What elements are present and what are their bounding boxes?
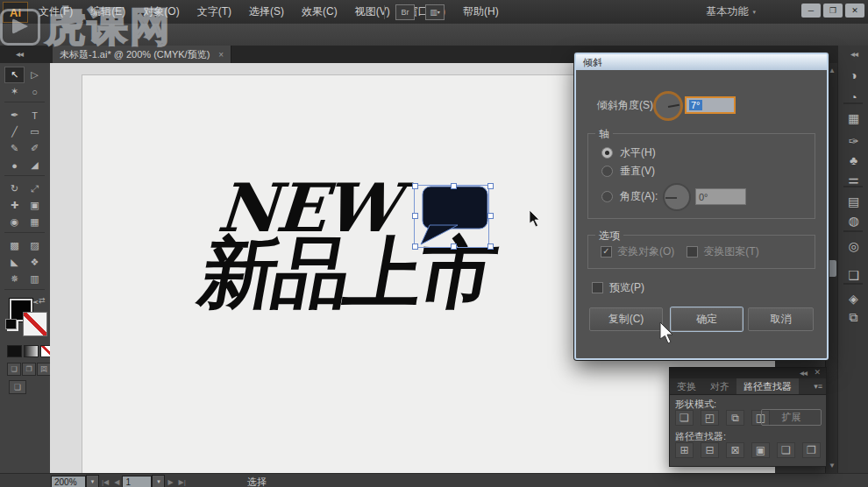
close-button[interactable]: ✕ bbox=[845, 4, 864, 18]
menu-item[interactable]: 帮助(H) bbox=[454, 4, 508, 19]
selection-handle[interactable] bbox=[412, 183, 418, 189]
dialog-title-bar[interactable]: 倾斜 bbox=[576, 54, 827, 70]
minimize-button[interactable]: ─ bbox=[801, 4, 821, 18]
shape-builder-tool[interactable]: ◉ bbox=[4, 214, 25, 230]
tab-close-icon[interactable]: × bbox=[218, 50, 224, 60]
gradient-tool[interactable]: ▨ bbox=[25, 237, 45, 254]
selection-handle[interactable] bbox=[487, 183, 494, 189]
column-graph-tool[interactable]: ▥ bbox=[25, 271, 45, 287]
zoom-level-field[interactable]: 200% bbox=[51, 476, 86, 487]
menu-item[interactable]: 选择(S) bbox=[240, 4, 293, 19]
lasso-tool[interactable]: ○ bbox=[25, 83, 45, 100]
divide-icon[interactable]: ⊞ bbox=[675, 442, 694, 458]
appearance-icon[interactable]: ◎ bbox=[838, 236, 868, 256]
tab-pathfinder[interactable]: 路径查找器 bbox=[736, 378, 799, 394]
draw-normal-icon[interactable]: ❏ bbox=[7, 363, 21, 376]
panel-close-icon[interactable]: ✕ bbox=[814, 368, 821, 377]
free-transform-tool[interactable]: ▣ bbox=[25, 197, 45, 214]
cancel-button[interactable]: 取消 bbox=[748, 307, 814, 331]
angle-radio[interactable] bbox=[601, 191, 613, 202]
color-mode-icon[interactable] bbox=[7, 345, 22, 357]
magic-wand-tool[interactable]: ✶ bbox=[4, 83, 25, 100]
artboard-dropdown-icon[interactable]: ▾ bbox=[152, 475, 165, 487]
merge-icon[interactable]: ⊠ bbox=[726, 442, 744, 458]
type-tool[interactable]: T bbox=[25, 107, 45, 124]
axis-angle-input[interactable]: 0° bbox=[695, 188, 746, 205]
document-tab[interactable]: 未标题-1.ai* @ 200% (CMYK/预览) × bbox=[53, 46, 231, 63]
horizontal-radio[interactable] bbox=[601, 147, 613, 159]
prev-artboard-icon[interactable]: ◀ bbox=[111, 478, 122, 486]
preview-checkbox[interactable] bbox=[592, 282, 603, 293]
shear-angle-input[interactable]: 7° bbox=[685, 96, 736, 114]
symbols-icon[interactable]: ♣ bbox=[838, 151, 868, 170]
minus-front-icon[interactable]: ◰ bbox=[701, 410, 719, 426]
paintbrush-tool[interactable]: ✎ bbox=[4, 140, 25, 157]
first-artboard-icon[interactable]: |◀ bbox=[99, 478, 111, 486]
menu-item[interactable]: 对象(O) bbox=[134, 4, 188, 19]
width-tool[interactable]: ✚ bbox=[4, 197, 25, 214]
transform-objects-checkbox[interactable]: ✓ bbox=[601, 246, 612, 258]
pencil-tool[interactable]: ✐ bbox=[25, 140, 45, 157]
panel-menu-icon[interactable]: ▾≡ bbox=[814, 382, 822, 391]
vertical-radio[interactable] bbox=[601, 166, 613, 177]
zoom-dropdown-icon[interactable]: ▾ bbox=[86, 475, 99, 487]
artboards-icon[interactable]: ⧉ bbox=[838, 307, 868, 327]
selection-handle[interactable] bbox=[412, 244, 418, 250]
scale-tool[interactable]: ⤢ bbox=[25, 180, 45, 197]
swap-fill-stroke-icon[interactable]: ⇄ bbox=[39, 296, 46, 305]
eyedropper-tool[interactable]: ◣ bbox=[4, 254, 25, 271]
minus-back-icon[interactable]: ❐ bbox=[802, 442, 821, 458]
stroke-proxy-swatch[interactable] bbox=[23, 312, 47, 336]
ok-button[interactable]: 确定 bbox=[671, 307, 743, 331]
gradient-mode-icon[interactable] bbox=[24, 345, 39, 357]
crop-icon[interactable]: ▣ bbox=[751, 442, 770, 458]
eraser-tool[interactable]: ◢ bbox=[25, 157, 45, 173]
selection-handle[interactable] bbox=[487, 213, 494, 219]
menu-item[interactable]: 效果(C) bbox=[293, 4, 346, 19]
tab-align[interactable]: 对齐 bbox=[703, 378, 736, 394]
scroll-down-icon[interactable]: ▼ bbox=[826, 459, 838, 471]
selection-handle[interactable] bbox=[451, 183, 457, 189]
artboard-number-field[interactable]: 1 bbox=[122, 476, 152, 487]
pen-tool[interactable]: ✒ bbox=[4, 107, 25, 124]
selection-handle[interactable] bbox=[412, 213, 418, 219]
axis-angle-dial[interactable] bbox=[663, 183, 691, 211]
direct-selection-tool[interactable]: ▷ bbox=[25, 67, 45, 83]
arrange-documents-icon[interactable]: ▥▾ bbox=[425, 4, 445, 20]
swatches-icon[interactable]: ▦ bbox=[838, 109, 868, 128]
color-panel-icon[interactable]: ◑ bbox=[838, 66, 868, 85]
trim-icon[interactable]: ⊟ bbox=[701, 442, 719, 458]
brushes-icon[interactable]: ✑ bbox=[838, 131, 868, 151]
symbol-sprayer-tool[interactable]: ✵ bbox=[4, 271, 25, 287]
last-artboard-icon[interactable]: ▶| bbox=[176, 478, 189, 486]
selection-tool[interactable]: ↖ bbox=[4, 67, 25, 83]
default-fill-stroke-icon[interactable] bbox=[5, 319, 17, 329]
layers-icon[interactable]: ◈ bbox=[838, 289, 868, 308]
transparency-icon[interactable]: ◍ bbox=[838, 211, 868, 230]
intersect-icon[interactable]: ⧉ bbox=[726, 410, 744, 426]
shear-angle-dial[interactable] bbox=[653, 91, 683, 121]
dock-collapse-icon[interactable]: ◂◂ bbox=[850, 49, 857, 59]
graphic-styles-icon[interactable]: ❑ bbox=[838, 265, 868, 285]
screen-mode-icon[interactable]: ❏ bbox=[9, 380, 26, 394]
perspective-grid-tool[interactable]: ▦ bbox=[25, 214, 45, 230]
tab-transform[interactable]: 变换 bbox=[670, 378, 703, 394]
selection-handle[interactable] bbox=[487, 244, 494, 250]
draw-behind-icon[interactable]: ❐ bbox=[22, 363, 36, 376]
menu-item[interactable]: 文字(T) bbox=[189, 4, 240, 19]
panel-collapse-icon[interactable]: ◂◂ bbox=[800, 368, 807, 378]
next-artboard-icon[interactable]: ▶ bbox=[165, 478, 175, 486]
copy-button[interactable]: 复制(C) bbox=[589, 307, 663, 331]
menu-item[interactable]: 文件(F) bbox=[30, 4, 82, 19]
expand-button[interactable]: 扩展 bbox=[761, 409, 822, 426]
toolbar-collapse-icon[interactable]: ◂◂ bbox=[16, 49, 23, 59]
selection-handle[interactable] bbox=[451, 244, 457, 250]
menu-item[interactable]: 编辑(E) bbox=[82, 4, 134, 19]
transform-patterns-checkbox[interactable] bbox=[687, 246, 698, 258]
line-segment-tool[interactable]: ╱ bbox=[4, 124, 25, 140]
blend-tool[interactable]: ❖ bbox=[25, 254, 45, 271]
workspace-switcher[interactable]: 基本功能▾ bbox=[706, 0, 756, 24]
unite-icon[interactable]: ❏ bbox=[675, 410, 694, 426]
rotate-tool[interactable]: ↻ bbox=[4, 180, 25, 197]
gradient-panel-icon[interactable]: ▤ bbox=[838, 192, 868, 211]
